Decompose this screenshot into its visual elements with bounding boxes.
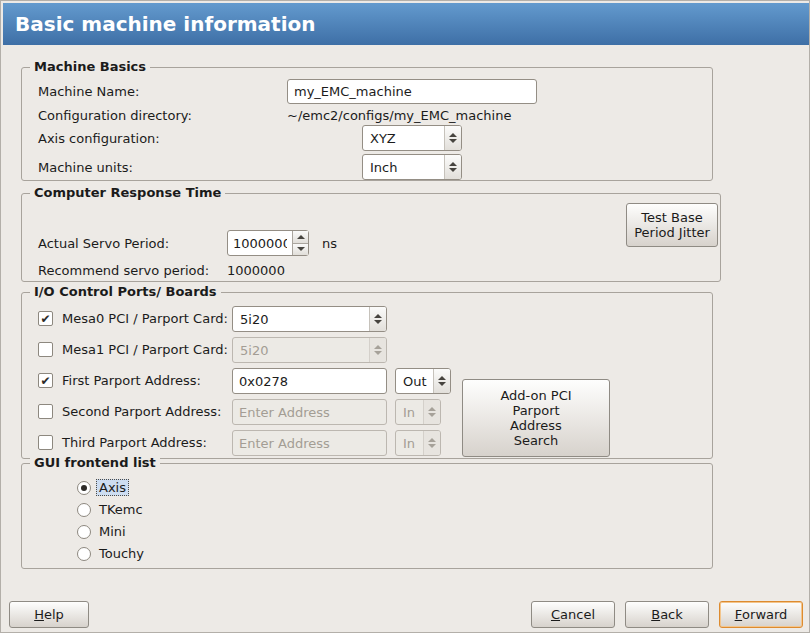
response-time-legend: Computer Response Time [30, 185, 225, 200]
machine-units-value: Inch [363, 160, 444, 175]
third-parport-checkbox[interactable] [38, 435, 53, 450]
mesa1-card-combo: 5i20 [232, 337, 387, 363]
page-title: Basic machine information [3, 3, 809, 45]
gui-frontend-frame: GUI frontend list Axis TKemc Mini Touchy [21, 463, 713, 569]
test-base-period-jitter-button[interactable]: Test Base Period Jitter [626, 203, 718, 247]
dropdown-arrows-icon [423, 400, 440, 424]
second-parport-address-input [232, 399, 387, 425]
servo-period-units: ns [322, 236, 337, 251]
dropdown-arrows-icon [369, 338, 386, 362]
mesa1-card-value: 5i20 [233, 343, 369, 358]
first-parport-direction-value: Out [396, 374, 433, 389]
machine-name-input[interactable] [287, 79, 537, 104]
help-button[interactable]: Help [9, 601, 89, 628]
addon-pci-search-button[interactable]: Add-on PCI Parport Address Search [462, 379, 610, 457]
first-parport-address-input[interactable] [232, 368, 387, 394]
cancel-button[interactable]: Cancel [531, 601, 615, 628]
gui-radio-tkemc-label[interactable]: TKemc [99, 502, 143, 517]
io-ports-frame: I/O Control Ports/ Boards ✔ Mesa0 PCI / … [21, 292, 713, 459]
first-parport-checkbox[interactable]: ✔ [38, 373, 53, 388]
machine-units-combo[interactable]: Inch [362, 154, 462, 180]
third-parport-direction-value: In [396, 436, 423, 451]
dropdown-arrows-icon [433, 369, 450, 393]
back-button[interactable]: Back [625, 601, 709, 628]
dropdown-arrows-icon [369, 307, 386, 331]
machine-basics-legend: Machine Basics [30, 59, 150, 74]
spin-up-icon [297, 235, 305, 239]
machine-units-label: Machine units: [38, 160, 133, 175]
spin-up-button[interactable] [293, 231, 308, 243]
dropdown-arrows-icon [444, 155, 461, 179]
dropdown-arrows-icon [423, 431, 440, 455]
dropdown-arrows-icon [444, 126, 461, 150]
io-ports-legend: I/O Control Ports/ Boards [30, 284, 221, 299]
gui-radio-mini[interactable] [77, 525, 91, 539]
mesa1-checkbox[interactable] [38, 342, 53, 357]
recommend-period-label: Recommend servo period: [38, 263, 209, 278]
second-parport-checkbox[interactable] [38, 404, 53, 419]
axis-config-value: XYZ [363, 131, 444, 146]
gui-radio-tkemc[interactable] [77, 503, 91, 517]
check-icon: ✔ [40, 313, 50, 325]
gui-radio-mini-label[interactable]: Mini [99, 524, 126, 539]
servo-period-spinner[interactable] [227, 230, 309, 256]
gui-radio-touchy-label[interactable]: Touchy [99, 546, 144, 561]
forward-button[interactable]: Forward [719, 601, 803, 628]
mesa0-label: Mesa0 PCI / Parport Card: [62, 311, 228, 326]
gui-radio-axis-label[interactable]: Axis [96, 479, 129, 496]
response-time-frame: Computer Response Time Test Base Period … [21, 193, 721, 282]
check-icon: ✔ [40, 375, 50, 387]
config-dir-value: ~/emc2/configs/my_EMC_machine [287, 108, 511, 123]
second-parport-direction-value: In [396, 405, 423, 420]
gui-radio-axis[interactable] [77, 481, 91, 495]
axis-config-label: Axis configuration: [38, 131, 160, 146]
machine-basics-frame: Machine Basics Machine Name: Configurati… [21, 67, 713, 181]
radio-dot-icon [81, 485, 87, 491]
axis-config-combo[interactable]: XYZ [362, 125, 462, 151]
second-parport-direction-combo: In [395, 399, 441, 425]
recommend-period-value: 1000000 [227, 263, 285, 278]
config-dir-label: Configuration directory: [38, 108, 192, 123]
third-parport-label: Third Parport Address: [62, 435, 207, 450]
gui-frontend-legend: GUI frontend list [30, 455, 160, 470]
gui-radio-touchy[interactable] [77, 547, 91, 561]
servo-period-label: Actual Servo Period: [38, 236, 169, 251]
spin-down-icon [297, 247, 305, 251]
servo-period-input[interactable] [228, 231, 292, 255]
mesa0-card-combo[interactable]: 5i20 [232, 306, 387, 332]
spin-down-button[interactable] [293, 243, 308, 256]
third-parport-direction-combo: In [395, 430, 441, 456]
mesa1-label: Mesa1 PCI / Parport Card: [62, 342, 228, 357]
third-parport-address-input [232, 430, 387, 456]
second-parport-label: Second Parport Address: [62, 404, 221, 419]
first-parport-direction-combo[interactable]: Out [395, 368, 451, 394]
wizard-window: Basic machine information Machine Basics… [0, 0, 810, 633]
mesa0-checkbox[interactable]: ✔ [38, 311, 53, 326]
first-parport-label: First Parport Address: [62, 373, 201, 388]
machine-name-label: Machine Name: [38, 84, 139, 99]
mesa0-card-value: 5i20 [233, 312, 369, 327]
